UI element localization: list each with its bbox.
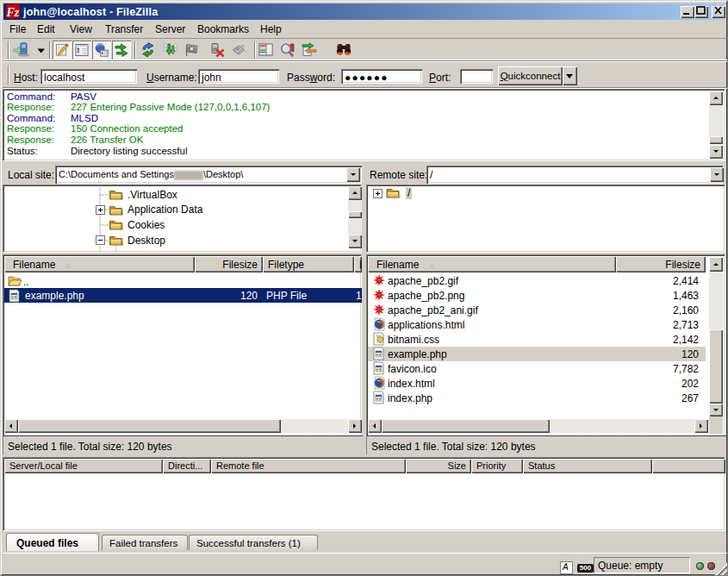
svg-text:Fz: Fz — [6, 6, 20, 19]
